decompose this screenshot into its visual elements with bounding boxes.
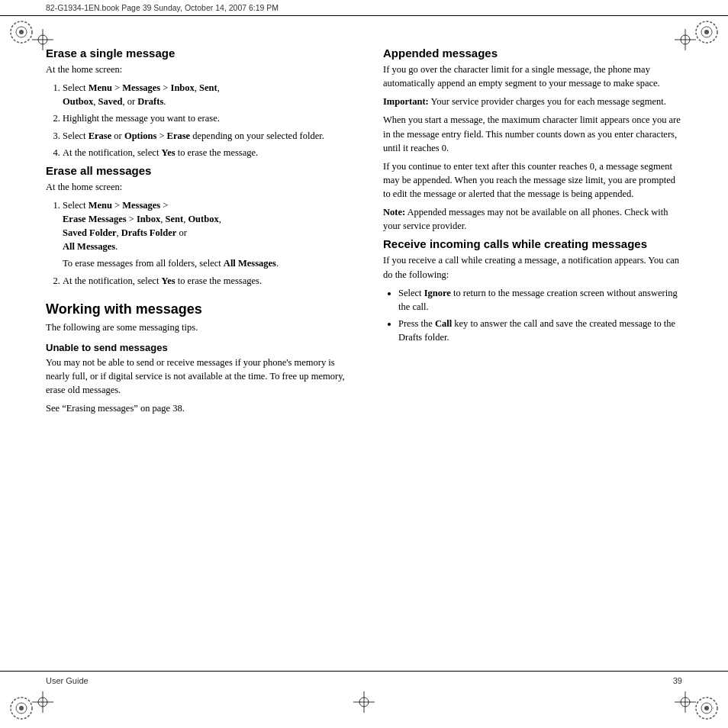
ea-yes: Yes <box>161 275 175 286</box>
erase-all-sub-para: To erase messages from all folders, sele… <box>63 256 345 270</box>
svg-point-17 <box>19 30 24 34</box>
reg-mark-top-left <box>32 29 53 50</box>
footer-bar: User Guide 39 <box>0 671 728 690</box>
right-column: Appended messages If you go over the cha… <box>375 47 682 420</box>
appended-para5: Note: Appended messages may not be avail… <box>383 205 682 233</box>
section-erase-all: Erase all messages At the home screen: S… <box>46 164 345 288</box>
step1-messages: Messages <box>122 82 160 93</box>
step3-erase2: Erase <box>167 130 191 141</box>
ea-messages: Messages <box>122 200 160 211</box>
step1-sent: Sent <box>199 82 217 93</box>
appended-note-label: Note: <box>383 207 405 217</box>
bullet-ignore-label: Ignore <box>424 288 451 298</box>
ea-inbox: Inbox <box>137 214 160 224</box>
section-appended-messages: Appended messages If you go over the cha… <box>383 47 682 233</box>
appended-para4: If you continue to enter text after this… <box>383 159 682 201</box>
bullet-call-label: Call <box>435 318 452 329</box>
section-receive-incoming: Receive incoming calls while creating me… <box>383 237 682 344</box>
appended-para2-rest: Your service provider charges you for ea… <box>429 96 666 107</box>
step1-saved: Saved <box>98 96 123 107</box>
left-column: Erase a single message At the home scree… <box>46 47 353 420</box>
appended-messages-title: Appended messages <box>383 47 682 60</box>
unable-send-body: You may not be able to send or receive m… <box>46 356 345 397</box>
section-working-with-messages: Working with messages The following are … <box>46 301 345 334</box>
ea-erase-messages: Erase Messages <box>63 214 127 224</box>
ea-menu: Menu <box>89 200 112 211</box>
svg-point-23 <box>19 706 24 710</box>
ea-all-messages2: All Messages <box>224 258 276 269</box>
erase-all-step-2: At the notification, select Yes to erase… <box>63 274 345 288</box>
step-4: At the notification, select Yes to erase… <box>63 146 345 159</box>
header-bar: 82-G1934-1EN.book Page 39 Sunday, Octobe… <box>0 0 728 16</box>
step-1: Select Menu > Messages > Inbox, Sent,Out… <box>63 81 345 108</box>
svg-point-26 <box>704 706 709 710</box>
appended-para5-rest: Appended messages may not be available o… <box>383 207 668 231</box>
step3-options: Options <box>124 130 156 141</box>
step1-menu: Menu <box>89 82 112 93</box>
corner-decor-bottom-left <box>8 694 35 722</box>
ea-drafts-folder: Drafts Folder <box>121 227 177 238</box>
bullet-call: Press the Call key to answer the call an… <box>398 317 682 344</box>
footer-left: User Guide <box>46 676 89 685</box>
section-unable-to-send: Unable to send messages You may not be a… <box>46 342 345 416</box>
svg-point-20 <box>704 30 709 34</box>
footer-right: 39 <box>673 676 682 685</box>
section-erase-single: Erase a single message At the home scree… <box>46 47 345 159</box>
ea-sent: Sent <box>166 214 184 224</box>
appended-para2: Important: Your service provider charges… <box>383 95 682 108</box>
reg-mark-mid-bottom <box>353 691 375 713</box>
receive-incoming-bullets: Select Ignore to return to the message c… <box>383 286 682 345</box>
step1-drafts: Drafts <box>137 96 163 107</box>
erase-all-steps: Select Menu > Messages > Erase Messages … <box>46 198 345 288</box>
corner-decor-top-left <box>8 18 35 46</box>
unable-send-see: See “Erasing messages” on page 38. <box>46 401 345 415</box>
step4-yes: Yes <box>161 147 175 158</box>
ea-all-messages: All Messages <box>63 241 115 252</box>
erase-single-title: Erase a single message <box>46 47 345 60</box>
appended-important-label: Important: <box>383 96 429 107</box>
ea-outbox: Outbox <box>188 214 218 224</box>
reg-mark-bottom-left <box>32 691 53 713</box>
erase-single-steps: Select Menu > Messages > Inbox, Sent,Out… <box>46 81 345 159</box>
bullet-ignore: Select Ignore to return to the message c… <box>398 286 682 314</box>
receive-incoming-intro: If you receive a call while creating a m… <box>383 253 682 281</box>
working-messages-title: Working with messages <box>46 301 345 317</box>
header-text: 82-G1934-1EN.book Page 39 Sunday, Octobe… <box>46 3 279 12</box>
appended-para3: When you start a message, the maximum ch… <box>383 113 682 154</box>
erase-all-intro: At the home screen: <box>46 180 345 194</box>
erase-all-title: Erase all messages <box>46 164 345 177</box>
step-3: Select Erase or Options > Erase dependin… <box>63 129 345 143</box>
working-messages-intro: The following are some messaging tips. <box>46 321 345 334</box>
ea-saved-folder: Saved Folder <box>63 227 116 238</box>
erase-all-step-1: Select Menu > Messages > Erase Messages … <box>63 198 345 271</box>
step-2: Highlight the message you want to erase. <box>63 111 345 125</box>
receive-incoming-title: Receive incoming calls while creating me… <box>383 237 682 250</box>
step1-inbox: Inbox <box>171 82 195 93</box>
content-area: Erase a single message At the home scree… <box>0 24 728 435</box>
erase-single-intro: At the home screen: <box>46 63 345 76</box>
appended-para1: If you go over the character limit for a… <box>383 63 682 90</box>
unable-send-title: Unable to send messages <box>46 342 345 353</box>
corner-decor-bottom-right <box>693 694 720 722</box>
step1-outbox: Outbox <box>63 96 93 107</box>
step3-erase: Erase <box>89 130 112 141</box>
corner-decor-top-right <box>693 18 720 46</box>
